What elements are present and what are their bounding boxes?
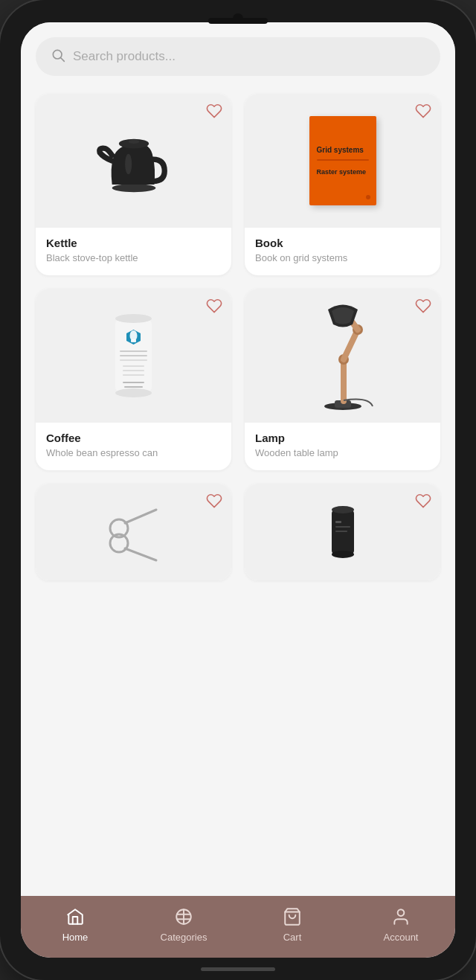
svg-point-5 — [125, 154, 132, 175]
categories-icon-wrap — [173, 906, 194, 927]
partial-left-image-area — [36, 484, 231, 580]
nav-item-cart[interactable]: Cart — [238, 906, 347, 943]
svg-point-33 — [332, 551, 354, 558]
svg-point-32 — [332, 506, 354, 513]
svg-rect-17 — [123, 374, 144, 376]
svg-rect-34 — [335, 521, 341, 523]
home-bar — [201, 967, 275, 971]
search-bar[interactable]: Search products... — [36, 37, 440, 76]
svg-rect-19 — [124, 386, 143, 388]
screen-content: Search products... — [21, 22, 455, 896]
product-card-partial-right[interactable] — [245, 484, 440, 580]
svg-rect-14 — [120, 359, 147, 361]
svg-line-29 — [125, 510, 156, 523]
partial-right-illustration — [321, 502, 365, 562]
svg-rect-16 — [123, 370, 144, 371]
book-heart-icon — [415, 103, 431, 119]
svg-point-10 — [130, 330, 138, 341]
book-dot — [366, 195, 370, 199]
book-info: Book Book on grid systems — [245, 228, 440, 275]
home-nav-label: Home — [62, 932, 89, 943]
book-cover-subtitle: Raster systeme — [317, 168, 369, 177]
product-card-coffee[interactable]: Coffee Whole bean espresso can — [36, 289, 231, 470]
partial-right-heart-icon — [415, 493, 431, 509]
book-name: Book — [255, 237, 430, 249]
book-cover-title: Grid systems — [317, 145, 369, 155]
svg-line-1 — [61, 58, 65, 62]
svg-rect-11 — [131, 339, 136, 342]
partial-left-illustration — [104, 502, 164, 562]
partial-left-heart-icon — [206, 493, 222, 509]
home-icon-wrap — [65, 906, 86, 927]
book-illustration: Grid systems Raster systeme — [309, 116, 376, 205]
coffee-info: Coffee Whole bean espresso can — [36, 423, 231, 470]
product-card-book[interactable]: Grid systems Raster systeme Book Book on… — [245, 94, 440, 275]
svg-point-7 — [115, 314, 152, 323]
coffee-image-area — [36, 289, 231, 423]
product-card-partial-left[interactable] — [36, 484, 231, 580]
account-icon-wrap — [390, 906, 411, 927]
categories-nav-label: Categories — [161, 932, 208, 943]
lamp-illustration — [302, 296, 384, 415]
nav-item-categories[interactable]: Categories — [129, 906, 238, 943]
coffee-illustration — [109, 307, 158, 404]
svg-point-40 — [398, 909, 405, 916]
svg-point-4 — [128, 140, 139, 144]
search-placeholder-text: Search products... — [73, 49, 176, 64]
svg-rect-35 — [335, 526, 350, 528]
svg-point-8 — [115, 388, 152, 397]
kettle-heart-icon — [206, 103, 222, 119]
lamp-heart-icon — [415, 298, 431, 314]
kettle-wishlist-button[interactable] — [206, 103, 222, 121]
lamp-info: Lamp Wooden table lamp — [245, 423, 440, 470]
lamp-name: Lamp — [255, 432, 430, 444]
speaker — [208, 18, 268, 24]
coffee-name: Coffee — [46, 432, 221, 444]
coffee-heart-icon — [206, 298, 222, 314]
nav-item-account[interactable]: Account — [347, 906, 455, 943]
book-wishlist-button[interactable] — [415, 103, 431, 121]
kettle-description: Black stove-top kettle — [46, 252, 221, 263]
phone-screen: Search products... — [21, 22, 455, 958]
cart-icon-wrap — [282, 906, 303, 927]
cart-icon — [283, 907, 302, 926]
svg-rect-12 — [120, 350, 147, 352]
kettle-info: Kettle Black stove-top kettle — [36, 228, 231, 275]
partial-right-image-area — [245, 484, 440, 580]
account-nav-label: Account — [384, 932, 419, 943]
svg-rect-13 — [120, 355, 147, 356]
home-icon — [65, 907, 85, 926]
lamp-wishlist-button[interactable] — [415, 298, 431, 316]
partial-right-wishlist-button[interactable] — [415, 493, 431, 510]
lamp-description: Wooden table lamp — [255, 447, 430, 458]
nav-item-home[interactable]: Home — [21, 906, 129, 943]
lamp-image-area — [245, 289, 440, 423]
svg-rect-18 — [123, 382, 144, 383]
products-grid: Kettle Black stove-top kettle Grid sys — [36, 94, 440, 595]
account-icon — [391, 907, 411, 926]
svg-rect-22 — [341, 359, 347, 404]
search-icon — [51, 48, 65, 65]
book-description: Book on grid systems — [255, 252, 430, 263]
svg-rect-15 — [123, 365, 144, 367]
product-card-kettle[interactable]: Kettle Black stove-top kettle — [36, 94, 231, 275]
cart-nav-label: Cart — [283, 932, 302, 943]
bottom-nav: Home Categories — [21, 896, 455, 958]
partial-left-wishlist-button[interactable] — [206, 493, 222, 510]
svg-point-2 — [112, 184, 155, 192]
kettle-name: Kettle — [46, 237, 221, 249]
categories-icon — [174, 907, 193, 926]
kettle-illustration — [93, 120, 175, 202]
phone-frame: Search products... — [0, 0, 476, 980]
book-image-area: Grid systems Raster systeme — [245, 94, 440, 228]
svg-rect-36 — [335, 531, 347, 532]
book-divider — [317, 159, 369, 161]
coffee-wishlist-button[interactable] — [206, 298, 222, 316]
coffee-description: Whole bean espresso can — [46, 447, 221, 458]
kettle-image-area — [36, 94, 231, 228]
product-card-lamp[interactable]: Lamp Wooden table lamp — [245, 289, 440, 470]
svg-line-30 — [125, 548, 156, 560]
